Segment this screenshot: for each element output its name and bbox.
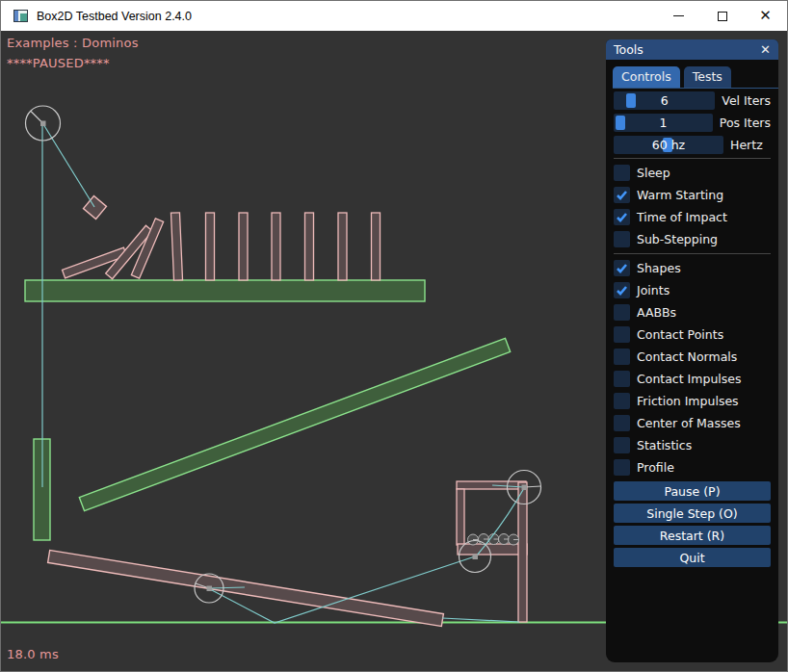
app-window: Examples : Dominos ****PAUSED**** 18.0 m… bbox=[0, 0, 788, 672]
tab-bar: Controls Tests bbox=[613, 66, 778, 89]
checkbox-sub-stepping[interactable]: Sub-Stepping bbox=[614, 231, 771, 247]
checkbox-label: Contact Points bbox=[637, 327, 723, 342]
checkbox-box[interactable] bbox=[614, 415, 630, 431]
checkbox-box[interactable] bbox=[614, 187, 630, 203]
frame-time-label: 18.0 ms bbox=[7, 647, 59, 661]
checkbox-warm-starting[interactable]: Warm Starting bbox=[614, 187, 771, 203]
checkbox-label: Warm Starting bbox=[637, 188, 723, 202]
vel-iters-track[interactable]: 6 bbox=[614, 91, 715, 110]
checkbox-label: Profile bbox=[637, 460, 674, 475]
pos-iters-value: 1 bbox=[614, 114, 713, 132]
weight-center-marker bbox=[473, 555, 479, 560]
minimize-icon bbox=[673, 15, 684, 16]
pulley-center-marker bbox=[522, 485, 528, 491]
checkbox-label: Contact Normals bbox=[637, 349, 737, 364]
checkmark-icon bbox=[615, 210, 629, 224]
tab-controls[interactable]: Controls bbox=[613, 66, 680, 88]
domino-1[interactable] bbox=[171, 213, 182, 280]
separator bbox=[614, 253, 771, 254]
swinging-square[interactable] bbox=[84, 196, 107, 220]
checkbox-box[interactable] bbox=[614, 304, 630, 321]
paused-label: ****PAUSED**** bbox=[7, 56, 110, 70]
hertz-slider[interactable]: 60 hz Hertz bbox=[614, 136, 771, 154]
maximize-icon bbox=[718, 12, 727, 21]
pendulum-center-marker bbox=[40, 121, 46, 127]
checkbox-box[interactable] bbox=[614, 393, 630, 409]
checkbox-time-of-impact[interactable]: Time of Impact bbox=[614, 209, 771, 225]
checkbox-label: Contact Impulses bbox=[637, 372, 742, 386]
checkbox-box[interactable] bbox=[614, 260, 630, 276]
domino-3[interactable] bbox=[239, 213, 248, 280]
close-icon: ✕ bbox=[759, 9, 772, 23]
vel-iters-slider[interactable]: 6 Vel Iters bbox=[614, 91, 771, 110]
tab-tests[interactable]: Tests bbox=[684, 66, 731, 88]
seesaw-plank[interactable] bbox=[48, 550, 444, 626]
checkbox-box[interactable] bbox=[614, 209, 630, 225]
checkbox-statistics[interactable]: Statistics bbox=[614, 437, 771, 453]
frame-top-bar[interactable] bbox=[457, 481, 526, 489]
window-titlebar: Box2D Testbed Version 2.4.0 ✕ bbox=[1, 1, 787, 31]
tools-panel: Tools ✕ Controls Tests 6 Vel Iters 1 P bbox=[606, 39, 778, 662]
pendulum-joint-line bbox=[43, 124, 94, 207]
checkbox-joints[interactable]: Joints bbox=[614, 282, 771, 298]
checkbox-box[interactable] bbox=[614, 231, 630, 247]
checkbox-box[interactable] bbox=[614, 437, 630, 453]
frame-shelf[interactable] bbox=[458, 544, 527, 555]
separator bbox=[614, 158, 771, 159]
checkbox-contact-points[interactable]: Contact Points bbox=[614, 326, 771, 343]
seesaw-center-marker bbox=[207, 586, 213, 592]
restart-button[interactable]: Restart (R) bbox=[614, 526, 771, 545]
checkbox-sleep[interactable]: Sleep bbox=[614, 165, 771, 181]
tools-close-icon[interactable]: ✕ bbox=[760, 43, 771, 56]
checkbox-label: Center of Masses bbox=[637, 416, 741, 430]
checkbox-contact-normals[interactable]: Contact Normals bbox=[614, 349, 771, 365]
hertz-label: Hertz bbox=[730, 138, 763, 152]
domino-platform bbox=[25, 280, 425, 301]
checkbox-shapes[interactable]: Shapes bbox=[614, 260, 771, 276]
vel-iters-label: Vel Iters bbox=[722, 93, 771, 108]
checkmark-icon bbox=[615, 188, 629, 202]
maximize-button[interactable] bbox=[700, 1, 744, 31]
minimize-button[interactable] bbox=[657, 1, 700, 31]
checkbox-box[interactable] bbox=[614, 165, 630, 181]
checkbox-box[interactable] bbox=[614, 349, 630, 365]
checkbox-label: Shapes bbox=[637, 261, 681, 275]
domino-4[interactable] bbox=[272, 213, 280, 280]
pause-button[interactable]: Pause (P) bbox=[614, 481, 771, 501]
checkbox-box[interactable] bbox=[614, 282, 630, 298]
pos-iters-track[interactable]: 1 bbox=[614, 114, 713, 132]
checkbox-label: Statistics bbox=[637, 438, 692, 452]
checkbox-label: Friction Impulses bbox=[637, 394, 739, 408]
checkbox-aabbs[interactable]: AABBs bbox=[614, 304, 771, 321]
long-ramp[interactable] bbox=[79, 338, 510, 510]
example-label: Examples : Dominos bbox=[7, 36, 139, 50]
checkbox-box[interactable] bbox=[614, 326, 630, 343]
checkbox-center-of-masses[interactable]: Center of Masses bbox=[614, 415, 771, 431]
domino-5[interactable] bbox=[305, 213, 314, 280]
close-button[interactable]: ✕ bbox=[744, 1, 787, 31]
tools-panel-titlebar[interactable]: Tools ✕ bbox=[606, 39, 778, 60]
checkbox-label: Time of Impact bbox=[637, 210, 727, 224]
checkbox-label: Sleep bbox=[637, 166, 670, 180]
checkmark-icon bbox=[615, 283, 629, 297]
checkbox-box[interactable] bbox=[614, 371, 630, 387]
checkbox-friction-impulses[interactable]: Friction Impulses bbox=[614, 393, 771, 409]
hertz-track[interactable]: 60 hz bbox=[614, 136, 723, 154]
tools-panel-title: Tools bbox=[614, 42, 644, 57]
checkbox-label: AABBs bbox=[637, 305, 676, 320]
checkbox-label: Joints bbox=[637, 283, 670, 297]
pos-iters-slider[interactable]: 1 Pos Iters bbox=[614, 114, 771, 132]
domino-2[interactable] bbox=[206, 213, 215, 280]
checkbox-label: Sub-Stepping bbox=[637, 232, 718, 246]
checkbox-contact-impulses[interactable]: Contact Impulses bbox=[614, 371, 771, 387]
checkmark-icon bbox=[615, 261, 629, 275]
window-title: Box2D Testbed Version 2.4.0 bbox=[37, 10, 192, 23]
domino-7[interactable] bbox=[372, 213, 381, 280]
checkbox-profile[interactable]: Profile bbox=[614, 459, 771, 476]
domino-6[interactable] bbox=[338, 213, 347, 280]
vel-iters-value: 6 bbox=[614, 91, 715, 110]
frame-left-bar[interactable] bbox=[457, 489, 464, 545]
checkbox-box[interactable] bbox=[614, 459, 630, 476]
quit-button[interactable]: Quit bbox=[614, 548, 771, 567]
single-step-button[interactable]: Single Step (O) bbox=[614, 504, 771, 523]
